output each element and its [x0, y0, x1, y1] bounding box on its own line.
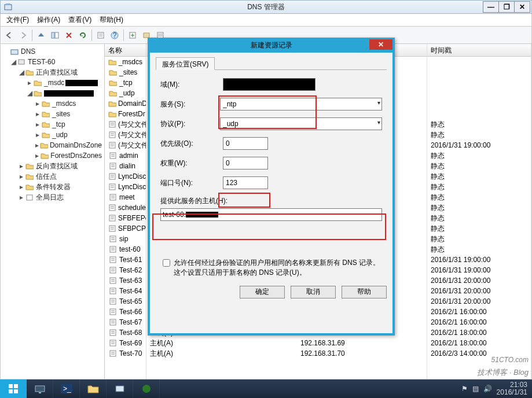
tree-cond[interactable]: ▸条件转发器	[3, 182, 102, 192]
help-button[interactable]: 帮助	[342, 286, 387, 298]
list-item[interactable]: (与父文件	[105, 119, 146, 130]
service-combo[interactable]	[220, 98, 382, 110]
chevron-down-icon[interactable]: ▾	[377, 100, 380, 106]
tree-sub-fdz[interactable]: ▸ForestDnsZones	[3, 150, 102, 161]
tray-flag-icon[interactable]: ⚑	[461, 385, 468, 393]
list-item[interactable]: test-60	[105, 244, 146, 255]
dialog-title-text: 新建资源记录	[251, 40, 292, 50]
protocol-combo[interactable]	[220, 117, 382, 130]
list-item-time: 静态	[427, 130, 531, 140]
list-item[interactable]: sip	[105, 234, 146, 244]
list-item[interactable]: Test-68	[105, 327, 146, 338]
dialog-close-button[interactable]: ✕	[369, 39, 392, 50]
list-item[interactable]: Test-65	[105, 296, 146, 307]
svg-rect-47	[109, 226, 115, 231]
menu-view[interactable]: 查看(V)	[65, 14, 95, 26]
list-item[interactable]: Test-62	[105, 265, 146, 275]
tree-sub-msdcs[interactable]: ▸_msdcs	[3, 98, 102, 109]
list-item[interactable]: admin	[105, 150, 146, 161]
label-weight: 权重(W):	[160, 159, 223, 168]
tree-sub-tcp[interactable]: ▸_tcp	[3, 119, 102, 130]
forward-icon[interactable]	[17, 29, 30, 42]
list-item[interactable]: Test-70	[105, 348, 146, 359]
tree-fwd-zones[interactable]: ◢正向查找区域	[3, 67, 102, 78]
tray-clock-date[interactable]: 2016/1/31	[497, 389, 527, 396]
minimize-button[interactable]: —	[483, 1, 499, 13]
record-icon	[108, 256, 118, 264]
port-input[interactable]	[223, 176, 268, 189]
list-item[interactable]: (与父文件	[105, 130, 146, 140]
help-icon[interactable]: ?	[108, 29, 121, 42]
record-icon	[108, 287, 118, 295]
list-item[interactable]: meet	[105, 192, 146, 202]
start-button[interactable]	[0, 379, 27, 398]
taskbar: >_ ⚑ ▤ 🔊 21:03 2016/1/31	[0, 379, 532, 398]
list-item[interactable]: _msdcs	[105, 57, 146, 67]
tree-glog[interactable]: ▸全局日志	[3, 192, 102, 202]
col-header-name[interactable]: 名称	[105, 44, 146, 57]
list-item[interactable]: SFBPCPo	[105, 223, 146, 234]
properties-icon[interactable]	[94, 29, 107, 42]
tree-sub-sites[interactable]: ▸_sites	[3, 109, 102, 119]
refresh-icon[interactable]	[76, 29, 89, 42]
new-record-icon[interactable]	[126, 29, 139, 42]
tree-rev-zones[interactable]: ▸反向查找区域	[3, 161, 102, 171]
menu-action[interactable]: 操作(A)	[34, 14, 64, 26]
list-item[interactable]: LyncDisc	[105, 182, 146, 192]
close-button[interactable]: ✕	[514, 1, 530, 13]
svg-rect-29	[110, 163, 116, 169]
back-icon[interactable]	[3, 29, 16, 42]
list-item[interactable]: Test-64	[105, 286, 146, 296]
allow-update-checkbox[interactable]	[163, 259, 170, 267]
ok-button[interactable]: 确定	[240, 286, 285, 298]
list-item[interactable]: _sites	[105, 67, 146, 78]
priority-input[interactable]	[223, 137, 268, 150]
dialog-titlebar[interactable]: 新建资源记录 ✕	[148, 38, 395, 53]
menu-file[interactable]: 文件(F)	[3, 14, 32, 26]
tree-server[interactable]: ◢TEST-60	[3, 57, 102, 67]
list-item[interactable]: SFBFEPo	[105, 213, 146, 223]
tree-root-dns[interactable]: DNS	[3, 46, 102, 57]
up-icon[interactable]	[35, 29, 47, 42]
list-item[interactable]: LyncDisc	[105, 171, 146, 182]
tree-msdcs-top[interactable]: ▸_msdc	[3, 78, 102, 88]
list-item[interactable]: Test-69	[105, 338, 146, 348]
list-item[interactable]: Test-67	[105, 317, 146, 327]
list-item[interactable]: _udp	[105, 88, 146, 98]
taskbar-explorer[interactable]	[80, 379, 107, 398]
taskbar-dns[interactable]	[107, 379, 133, 398]
maximize-button[interactable]: ❐	[498, 1, 515, 13]
host-input[interactable]	[160, 208, 382, 221]
taskbar-server-manager[interactable]	[27, 379, 53, 398]
list-item[interactable]: DomainD	[105, 98, 146, 109]
delete-icon[interactable]	[63, 29, 75, 42]
col-header-time[interactable]: 时间戳	[427, 44, 531, 57]
tree-domain-redacted[interactable]: ◢	[3, 88, 102, 98]
dialog-tabstrip: 服务位置(SRV)	[156, 56, 387, 70]
list-item[interactable]: (与父文件	[105, 140, 146, 150]
record-icon	[108, 131, 116, 139]
tree-sub-udp[interactable]: ▸_udp	[3, 130, 102, 140]
list-item[interactable]: Test-61	[105, 255, 146, 265]
tray-network-icon[interactable]: ▤	[472, 385, 479, 393]
taskbar-app[interactable]	[133, 379, 160, 398]
svg-rect-41	[109, 205, 115, 211]
show-hide-icon[interactable]	[49, 29, 61, 42]
tree-pane[interactable]: DNS ◢TEST-60 ◢正向查找区域 ▸_msdc ◢ ▸_msdcs ▸_…	[1, 44, 105, 379]
list-item[interactable]: Test-66	[105, 307, 146, 317]
menu-help[interactable]: 帮助(H)	[96, 14, 127, 26]
list-item[interactable]: Test-63	[105, 275, 146, 286]
weight-input[interactable]	[223, 157, 268, 169]
window-titlebar: DNS 管理器 — ❐ ✕	[0, 0, 532, 14]
list-item[interactable]: schedule	[105, 202, 146, 213]
tray-sound-icon[interactable]: 🔊	[483, 385, 492, 393]
taskbar-powershell[interactable]: >_	[53, 379, 80, 398]
tree-trust[interactable]: ▸信任点	[3, 171, 102, 182]
list-item[interactable]: _tcp	[105, 78, 146, 88]
list-item[interactable]: dialin	[105, 161, 146, 171]
tab-srv[interactable]: 服务位置(SRV)	[156, 57, 215, 70]
list-item[interactable]: ForestDr	[105, 109, 146, 119]
cancel-button[interactable]: 取消	[291, 286, 336, 298]
tree-sub-ddz[interactable]: ▸DomainDnsZone	[3, 140, 102, 150]
chevron-down-icon[interactable]: ▾	[377, 119, 380, 126]
